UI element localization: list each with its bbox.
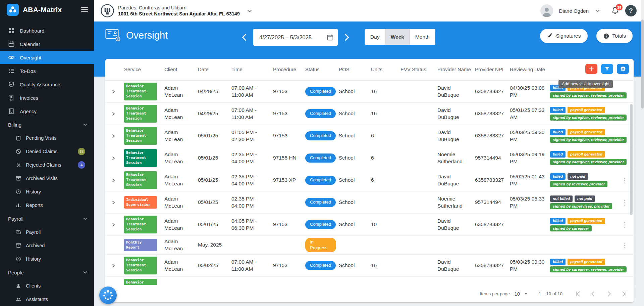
page-scrollbar[interactable] xyxy=(641,0,644,306)
sidebar-item-payroll[interactable]: Payroll xyxy=(0,225,94,239)
view-toggle-month[interactable]: Month xyxy=(410,29,435,45)
kebab-menu-icon[interactable]: ⋮ xyxy=(619,220,631,229)
status-badge: Completed xyxy=(305,176,336,185)
sidebar-item-payroll-history[interactable]: History xyxy=(0,252,94,266)
organization-logo-icon xyxy=(101,4,114,17)
reviewing-date-cell: 05/03/25 05:33 PM xyxy=(510,195,550,209)
expand-chevron[interactable] xyxy=(109,284,117,285)
sidebar-item-quality-assurance[interactable]: Quality Assurance xyxy=(0,78,94,91)
expand-chevron[interactable] xyxy=(109,176,117,184)
expand-chevron[interactable] xyxy=(109,132,117,140)
status-badge: Completed xyxy=(305,109,336,118)
reviewing-date-cell: 05/01/25 07:33 AM xyxy=(510,107,550,120)
time-cell: 07:00 AM - 11:00 AM xyxy=(231,107,273,120)
sidebar-item-pending-visits[interactable]: Pending Visits xyxy=(0,131,94,145)
provider-npi-cell: 6358783327 xyxy=(475,110,510,117)
sidebar-item-rejected-claims[interactable]: Rejected Claims 4 xyxy=(0,158,94,172)
pagination-range: 1 – 10 of 10 xyxy=(539,291,562,296)
service-chip: Behavior Treatment Session xyxy=(124,171,157,189)
organization-info: Paredes, Contreras and Ulibarri 1001 6th… xyxy=(118,5,240,17)
sidebar-item-label: Reports xyxy=(26,203,43,208)
kebab-menu-icon[interactable]: ⋮ xyxy=(619,241,631,250)
help-button[interactable]: ? xyxy=(625,5,637,16)
status-mini-badge: payroll generated xyxy=(568,107,605,113)
totals-button[interactable]: Totals xyxy=(596,29,633,43)
col-service: Service xyxy=(124,67,164,73)
sidebar-item-reports[interactable]: Reports xyxy=(0,199,94,212)
first-page-button[interactable] xyxy=(574,290,582,298)
sidebar-item-agency[interactable]: Agency xyxy=(0,104,94,118)
procedure-cell: 97153 xyxy=(273,88,305,95)
sidebar-item-billing-history[interactable]: History xyxy=(0,185,94,199)
pos-cell: School xyxy=(339,110,371,117)
sidebar-item-calendar[interactable]: Calendar xyxy=(0,37,94,51)
dashboard-icon xyxy=(8,28,15,34)
oversight-icon xyxy=(105,29,121,42)
organization-selector[interactable]: Paredes, Contreras and Ulibarri 1001 6th… xyxy=(101,4,252,17)
client-cell: Adam McLean xyxy=(164,238,198,252)
expand-chevron[interactable] xyxy=(109,88,117,96)
sidebar-item-dashboard[interactable]: Dashboard xyxy=(0,24,94,37)
items-per-page-select[interactable]: 10 xyxy=(515,291,527,297)
sidebar-item-oversight[interactable]: Oversight xyxy=(0,51,94,64)
add-visit-button[interactable] xyxy=(585,64,597,74)
last-page-button[interactable] xyxy=(620,290,628,298)
sidebar-section-payroll[interactable]: Payroll xyxy=(0,212,94,225)
pos-cell: School xyxy=(339,177,371,183)
user-menu[interactable]: Diane Ogden xyxy=(559,8,600,14)
previous-page-button[interactable] xyxy=(589,290,597,298)
view-toggle-day[interactable]: Day xyxy=(365,29,385,45)
service-chip: Monthly Report xyxy=(124,239,157,252)
kebab-menu-icon[interactable]: ⋮ xyxy=(629,87,634,96)
kebab-menu-icon[interactable]: ⋮ xyxy=(619,283,631,285)
col-provider-name: Provider Name xyxy=(437,67,475,73)
client-cell: Adam McLean xyxy=(164,195,198,209)
notifications-button[interactable]: 39 xyxy=(611,6,619,15)
menu-toggle-icon[interactable] xyxy=(81,7,88,12)
date-range-picker[interactable]: 4/27/2025 – 5/3/2025 xyxy=(253,29,338,46)
kebab-menu-icon[interactable]: ⋮ xyxy=(619,176,631,185)
expand-chevron[interactable] xyxy=(109,110,117,118)
accessibility-widget-button[interactable] xyxy=(99,287,117,304)
sidebar-item-archived-visits[interactable]: Archived Visits xyxy=(0,172,94,185)
notification-count-badge: 39 xyxy=(616,4,623,10)
signatures-button[interactable]: Signatures xyxy=(540,29,587,43)
expand-chevron[interactable] xyxy=(109,154,117,162)
user-avatar[interactable] xyxy=(540,4,553,17)
col-reviewing-date: Reviewing Date xyxy=(510,67,550,73)
status-mini-badge: payroll generated xyxy=(568,259,605,265)
previous-week-button[interactable] xyxy=(240,32,249,43)
pos-cell: School xyxy=(339,221,371,228)
expand-chevron[interactable] xyxy=(109,199,117,207)
expand-chevron[interactable] xyxy=(109,262,117,270)
table-footer: Items per page: 10 1 – 10 of 10 xyxy=(105,285,634,302)
provider-name-cell: David DuBuque xyxy=(437,259,475,272)
building-icon xyxy=(8,108,15,114)
payments-icon xyxy=(15,229,21,235)
expand-chevron[interactable] xyxy=(109,221,117,229)
next-page-button[interactable] xyxy=(605,290,613,298)
next-week-button[interactable] xyxy=(342,32,351,43)
sidebar-item-invoices[interactable]: Invoices xyxy=(0,91,94,104)
sidebar-item-denied-claims[interactable]: Denied Claims 63 xyxy=(0,145,94,158)
sidebar-item-payroll-archived[interactable]: Archived xyxy=(0,239,94,252)
sidebar-item-clients[interactable]: Clients xyxy=(0,279,94,293)
settings-button[interactable] xyxy=(617,64,629,74)
view-toggle-week[interactable]: Week xyxy=(385,29,410,45)
time-cell: 07:00 AM - 11:00 AM xyxy=(231,85,273,98)
table-scrollbar[interactable] xyxy=(630,104,633,282)
sidebar-item-label: Dashboard xyxy=(20,28,44,34)
kebab-menu-icon[interactable]: ⋮ xyxy=(619,198,631,207)
sidebar-section-billing[interactable]: Billing xyxy=(0,118,94,131)
pos-cell: School xyxy=(339,199,371,206)
pos-cell: School xyxy=(339,132,371,139)
sidebar-item-label: Assistants xyxy=(26,297,48,302)
status-badge: Completed xyxy=(305,261,336,270)
badge-stack: billedpayroll generatedsigned by caregiv… xyxy=(550,218,619,232)
filter-button[interactable] xyxy=(601,64,613,74)
date-cell: 05/01/25 xyxy=(198,155,231,161)
service-chip: Behavior Treatment Session xyxy=(124,216,157,233)
sidebar-item-todos[interactable]: To-Dos xyxy=(0,64,94,78)
sidebar-section-people[interactable]: People xyxy=(0,266,94,279)
sidebar-item-assistants[interactable]: Assistants xyxy=(0,293,94,306)
